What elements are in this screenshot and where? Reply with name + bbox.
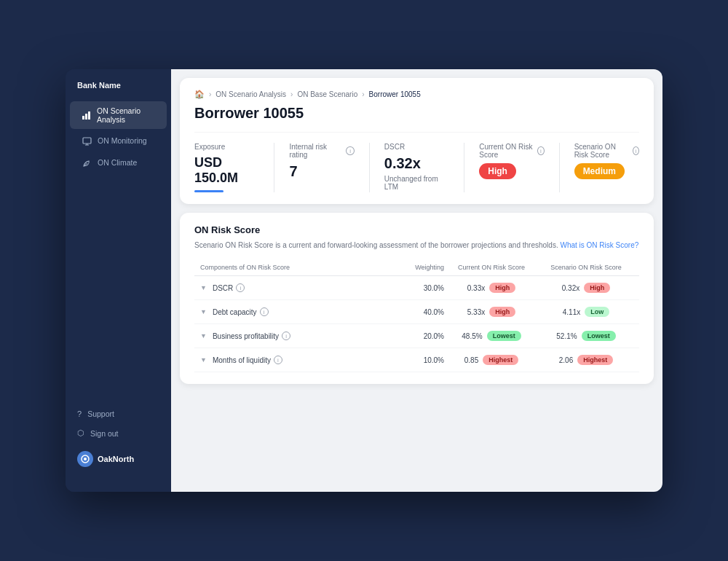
brand-name: OakNorth xyxy=(98,455,134,463)
leaf-icon xyxy=(82,157,92,168)
badge-scenario-profit: Lowest xyxy=(582,331,616,341)
sidebar-item-label: ON Scenario Analysis xyxy=(97,106,155,124)
internal-risk-value: 7 xyxy=(289,163,354,180)
current-risk-badge: High xyxy=(479,163,516,179)
badge-current-debt: High xyxy=(489,307,515,317)
row-profit-scenario: 52.1% Lowest xyxy=(539,331,633,341)
sidebar-item-label: ON Monitoring xyxy=(98,136,147,145)
sidebar-item-climate[interactable]: ON Climate xyxy=(70,152,167,173)
exposure-metric: Exposure USD 150.0M xyxy=(194,143,274,192)
exit-icon: ⬡ xyxy=(77,428,84,438)
risk-score-card: ON Risk Score Scenario ON Risk Score is … xyxy=(180,213,654,384)
bank-name: Bank Name xyxy=(66,81,171,101)
table-row: ▼ DSCR i 30.0% 0.33x High 0.32x High xyxy=(194,276,639,300)
row-debt-scenario: 4.11x Low xyxy=(539,307,633,317)
th-component: Components of ON Risk Score xyxy=(200,264,386,271)
badge-current-profit: Lowest xyxy=(487,331,521,341)
breadcrumb: 🏠 › ON Scenario Analysis › ON Base Scena… xyxy=(194,90,639,99)
badge-scenario-dscr: High xyxy=(584,283,610,293)
svg-point-8 xyxy=(84,458,87,460)
table-row: ▼ Business profitability i 20.0% 48.5% L… xyxy=(194,324,639,348)
dscr-label: DSCR xyxy=(384,143,449,151)
dscr-subtitle: Unchanged from LTM xyxy=(384,175,449,191)
badge-scenario-liquidity: Highest xyxy=(577,355,613,365)
outer-container: Bank Name ON Scenario Analysis xyxy=(0,0,728,561)
row-profit-label: ▼ Business profitability i xyxy=(200,332,386,340)
chart-icon xyxy=(82,110,91,120)
sidebar-item-scenario-analysis[interactable]: ON Scenario Analysis xyxy=(70,101,167,129)
risk-score-link[interactable]: What is ON Risk Score? xyxy=(560,241,638,249)
table-header: Components of ON Risk Score Weighting Cu… xyxy=(194,259,639,276)
current-risk-info-icon[interactable]: i xyxy=(537,146,544,155)
row-liquidity-weighting: 10.0% xyxy=(386,356,444,364)
table-row: ▼ Debt capacity i 40.0% 5.33x High 4.11x… xyxy=(194,300,639,324)
row-dscr-scenario: 0.32x High xyxy=(539,283,633,293)
exposure-value: USD 150.0M xyxy=(194,155,259,186)
breadcrumb-base: ON Base Scenario xyxy=(297,90,357,98)
row-debt-current: 5.33x High xyxy=(444,307,539,317)
sidebar-item-label: ON Climate xyxy=(98,158,137,167)
sidebar: Bank Name ON Scenario Analysis xyxy=(66,69,171,492)
dscr-metric: DSCR 0.32x Unchanged from LTM xyxy=(384,143,464,192)
chevron-down-icon: ▼ xyxy=(200,356,207,364)
scenario-risk-badge: Medium xyxy=(574,163,625,179)
monitor-icon xyxy=(82,136,92,146)
row-info-icon[interactable]: i xyxy=(282,332,290,340)
scenario-risk-info-icon[interactable]: i xyxy=(633,146,639,155)
internal-risk-info-icon[interactable]: i xyxy=(346,146,354,155)
sidebar-item-monitoring[interactable]: ON Monitoring xyxy=(70,130,167,151)
row-liquidity-label: ▼ Months of liquidity i xyxy=(200,356,386,364)
row-info-icon[interactable]: i xyxy=(274,356,282,364)
badge-scenario-debt: Low xyxy=(585,307,609,317)
row-debt-weighting: 40.0% xyxy=(386,308,444,316)
scenario-risk-label: Scenario ON Risk Score i xyxy=(574,143,639,159)
app-window: Bank Name ON Scenario Analysis xyxy=(66,69,662,492)
brand-circle xyxy=(77,451,93,467)
risk-score-desc: Scenario ON Risk Score is a current and … xyxy=(194,241,639,249)
badge-current-liquidity: Highest xyxy=(483,355,518,365)
scenario-risk-metric: Scenario ON Risk Score i Medium xyxy=(574,143,639,192)
svg-rect-0 xyxy=(82,116,84,119)
current-risk-label: Current ON Risk Score i xyxy=(479,143,544,159)
page-title: Borrower 10055 xyxy=(194,105,639,122)
header-card: 🏠 › ON Scenario Analysis › ON Base Scena… xyxy=(180,78,654,204)
row-profit-current: 48.5% Lowest xyxy=(444,331,539,341)
risk-table: Components of ON Risk Score Weighting Cu… xyxy=(194,259,639,372)
main-content: 🏠 › ON Scenario Analysis › ON Base Scena… xyxy=(171,69,662,492)
table-row: ▼ Months of liquidity i 10.0% 0.85 Highe… xyxy=(194,348,639,372)
breadcrumb-home: 🏠 xyxy=(194,90,205,99)
row-dscr-weighting: 30.0% xyxy=(386,284,444,292)
breadcrumb-borrower: Borrower 10055 xyxy=(369,90,421,98)
brand-logo: OakNorth xyxy=(66,444,171,474)
badge-current-dscr: High xyxy=(489,283,515,293)
exposure-bar xyxy=(194,190,223,192)
dscr-value: 0.32x xyxy=(384,155,449,172)
support-link[interactable]: ? Support xyxy=(66,405,171,423)
breadcrumb-scenario: ON Scenario Analysis xyxy=(215,90,286,98)
th-current: Current ON Risk Score xyxy=(444,264,539,271)
sidebar-nav: ON Scenario Analysis ON Monitoring xyxy=(66,101,171,405)
chevron-down-icon: ▼ xyxy=(200,332,207,340)
row-info-icon[interactable]: i xyxy=(260,307,269,316)
row-profit-weighting: 20.0% xyxy=(386,332,444,340)
row-info-icon[interactable]: i xyxy=(236,283,245,292)
row-dscr-current: 0.33x High xyxy=(444,283,539,293)
chevron-down-icon: ▼ xyxy=(200,308,207,315)
risk-score-title: ON Risk Score xyxy=(194,224,639,235)
svg-rect-1 xyxy=(85,114,87,119)
internal-risk-metric: Internal risk rating i 7 xyxy=(289,143,369,192)
th-scenario: Scenario ON Risk Score xyxy=(539,264,633,271)
help-icon: ? xyxy=(77,409,82,418)
row-dscr-label: ▼ DSCR i xyxy=(200,283,386,292)
sign-out-link[interactable]: ⬡ Sign out xyxy=(66,424,171,442)
metrics-row: Exposure USD 150.0M Internal risk rating… xyxy=(194,132,639,192)
row-liquidity-current: 0.85 Highest xyxy=(444,355,539,365)
current-risk-metric: Current ON Risk Score i High xyxy=(479,143,559,192)
th-weighting: Weighting xyxy=(386,264,444,271)
sidebar-bottom: ? Support ⬡ Sign out OakNorth xyxy=(66,405,171,480)
internal-risk-label: Internal risk rating i xyxy=(289,143,354,159)
exposure-label: Exposure xyxy=(194,143,259,151)
chevron-down-icon: ▼ xyxy=(200,284,207,291)
row-debt-label: ▼ Debt capacity i xyxy=(200,307,386,316)
svg-rect-2 xyxy=(88,111,90,119)
